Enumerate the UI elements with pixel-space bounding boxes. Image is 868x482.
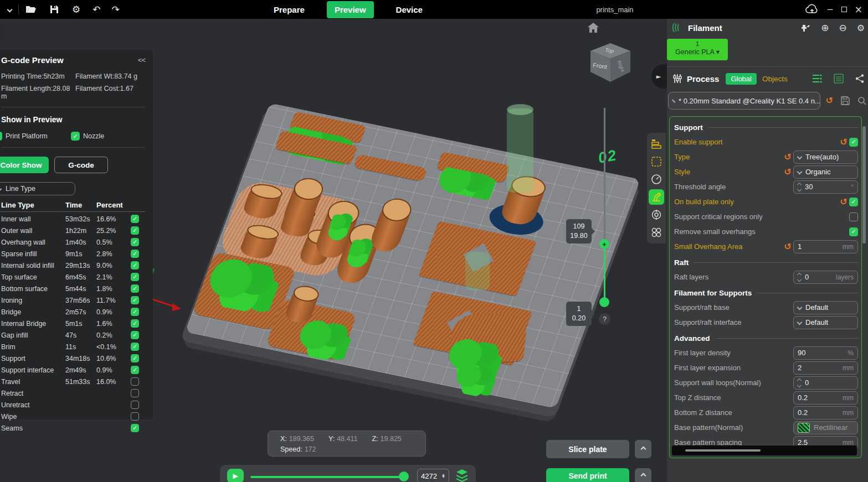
cloud-upload-icon[interactable] — [805, 4, 819, 15]
add-filament-icon[interactable]: ⊕ — [821, 22, 829, 33]
support-wall-loops-spinner[interactable]: 0 — [793, 376, 858, 390]
save-icon[interactable] — [50, 3, 59, 16]
filament-change-icon[interactable] — [800, 23, 811, 33]
reset-preset-icon[interactable]: ↺ — [826, 96, 833, 105]
support-raft-interface-select[interactable]: Default — [793, 316, 858, 329]
spinner-arrows-icon[interactable]: ▲▼ — [441, 474, 445, 478]
row-checkbox[interactable]: ✓ — [131, 273, 139, 281]
search-settings-icon[interactable] — [857, 96, 866, 105]
first-layer-expansion-input[interactable]: 2mm — [793, 361, 858, 375]
model-strip[interactable] — [353, 154, 428, 182]
help-button[interactable]: ? — [599, 313, 610, 325]
multimaterial-category-icon[interactable] — [649, 207, 664, 222]
support-type-select[interactable]: Tree(auto) — [793, 151, 858, 164]
support-critical-regions-checkbox[interactable]: ✓ — [849, 213, 858, 221]
remove-filament-icon[interactable]: ⊖ — [839, 22, 846, 33]
row-checkbox[interactable]: ✓ — [131, 261, 139, 269]
speed-category-icon[interactable] — [649, 172, 664, 187]
support-category-icon[interactable] — [649, 189, 664, 205]
play-button[interactable]: ▶ — [227, 469, 244, 482]
row-checkbox[interactable]: ✓ — [131, 308, 139, 316]
slice-options-button[interactable] — [635, 440, 651, 458]
reset-icon[interactable]: ↺ — [838, 198, 849, 206]
parameter-list-icon[interactable] — [811, 74, 823, 84]
row-checkbox[interactable]: ✓ — [131, 389, 139, 397]
enable-support-checkbox[interactable]: ✓ — [849, 138, 858, 147]
reset-icon[interactable]: ↺ — [782, 153, 793, 162]
bottom-z-distance-input[interactable]: 0.2mm — [793, 406, 858, 419]
compare-presets-icon[interactable] — [855, 74, 865, 84]
reset-icon[interactable]: ↺ — [782, 242, 793, 251]
row-checkbox[interactable]: ✓ — [131, 250, 139, 258]
gcode-button[interactable]: G-code — [54, 157, 108, 173]
spinner-arrows-icon[interactable] — [798, 379, 801, 387]
row-checkbox[interactable]: ✓ — [131, 366, 139, 374]
row-checkbox[interactable]: ✓ — [131, 284, 139, 293]
slice-plate-button[interactable]: Slice plate — [546, 440, 629, 458]
remove-small-overhangs-checkbox[interactable]: ✓ — [849, 227, 858, 236]
reset-icon[interactable]: ↺ — [782, 168, 793, 177]
undo-icon[interactable]: ↶ — [93, 3, 100, 16]
first-layer-density-input[interactable]: 90% — [793, 346, 858, 360]
collapse-panel-button[interactable]: << — [138, 56, 145, 64]
top-z-distance-input[interactable]: 0.2mm — [793, 391, 858, 405]
move-count-spinner[interactable]: 4272 ▲▼ — [417, 469, 449, 482]
tab-objects[interactable]: Objects — [762, 75, 788, 83]
quality-category-icon[interactable] — [649, 136, 664, 152]
small-overhang-area-input[interactable]: 1mm — [793, 240, 858, 253]
send-options-button[interactable] — [635, 468, 651, 482]
menu-chevron-icon[interactable] — [8, 3, 12, 16]
others-category-icon[interactable] — [649, 225, 664, 240]
horizontal-scrollbar[interactable] — [672, 445, 857, 455]
tab-global[interactable]: Global — [726, 73, 757, 85]
settings-gear-icon[interactable]: ⚙ — [72, 3, 80, 16]
base-pattern-select[interactable]: Rectilinear — [793, 421, 858, 434]
view-cube[interactable]: Top Front Right — [588, 42, 634, 84]
redo-icon[interactable]: ↷ — [112, 3, 120, 16]
layer-slider-top-handle[interactable]: + — [599, 239, 609, 249]
row-checkbox[interactable]: ✓ — [131, 354, 139, 362]
send-print-button[interactable]: Send print — [546, 468, 629, 482]
row-checkbox[interactable]: ✓ — [131, 238, 139, 246]
row-checkbox[interactable]: ✓ — [131, 401, 139, 409]
close-button[interactable]: × — [855, 4, 862, 15]
spinner-arrows-icon[interactable] — [798, 273, 801, 281]
row-checkbox[interactable]: ✓ — [131, 331, 139, 339]
strength-category-icon[interactable] — [649, 154, 664, 169]
support-raft-base-select[interactable]: Default — [793, 301, 858, 314]
scrollbar-thumb[interactable] — [685, 449, 761, 452]
save-preset-icon[interactable] — [841, 96, 850, 105]
raft-layers-spinner[interactable]: 0layers — [793, 271, 858, 284]
reset-icon[interactable]: ↺ — [838, 138, 849, 147]
print-platform-checkbox[interactable]: ✓ — [0, 132, 2, 141]
threshold-angle-spinner[interactable]: 30° — [793, 180, 858, 194]
layers-view-icon[interactable] — [455, 468, 469, 482]
sliced-models[interactable] — [185, 103, 640, 408]
filament-settings-gear-icon[interactable]: ⚙ — [857, 23, 865, 33]
row-checkbox[interactable]: ✓ — [131, 215, 139, 223]
on-build-plate-only-checkbox[interactable]: ✓ — [849, 198, 858, 206]
color-show-button[interactable]: Color Show — [0, 157, 49, 173]
row-checkbox[interactable]: ✓ — [131, 377, 139, 386]
row-checkbox[interactable]: ✓ — [131, 319, 139, 328]
row-checkbox[interactable]: ✓ — [131, 424, 139, 432]
parameter-table-icon[interactable] — [834, 74, 844, 84]
nozzle-checkbox[interactable]: ✓ — [71, 132, 80, 141]
left-panel-tab[interactable] — [0, 24, 8, 43]
home-view-icon[interactable] — [587, 22, 599, 33]
playback-slider[interactable] — [250, 476, 404, 478]
minimize-button[interactable]: − — [826, 4, 834, 14]
support-style-select[interactable]: Organic — [793, 165, 858, 179]
playback-slider-knob[interactable] — [399, 471, 409, 481]
layer-slider-bottom-handle[interactable] — [599, 297, 609, 307]
spinner-arrows-icon[interactable] — [798, 183, 801, 191]
tab-device[interactable]: Device — [388, 1, 430, 18]
open-folder-icon[interactable] — [25, 3, 37, 16]
row-checkbox[interactable]: ✓ — [131, 343, 139, 351]
process-preset-dropdown[interactable]: * 0.20mm Standard @Creality K1 SE 0.4 n.… — [668, 92, 820, 110]
vertical-scrollbar[interactable] — [862, 126, 866, 243]
row-checkbox[interactable]: ✓ — [131, 412, 139, 421]
row-checkbox[interactable]: ✓ — [131, 226, 139, 235]
tab-prepare[interactable]: Prepare — [266, 1, 312, 18]
tab-preview[interactable]: Preview — [327, 1, 374, 18]
